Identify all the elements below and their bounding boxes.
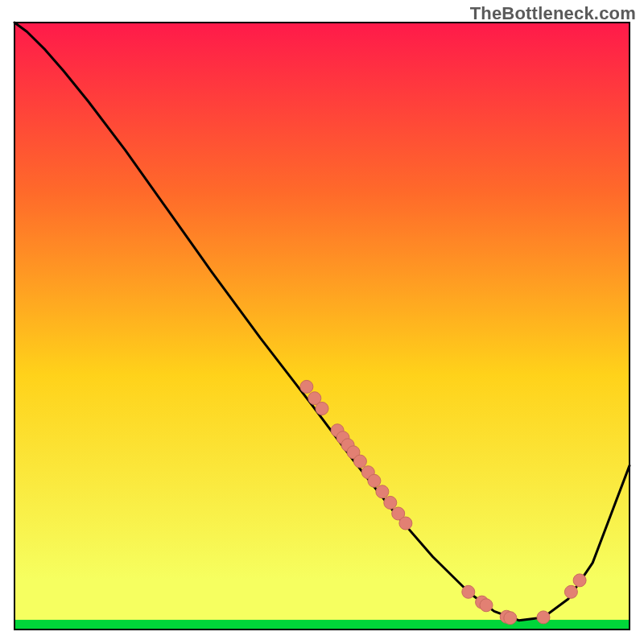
data-dot	[564, 585, 577, 598]
data-dot	[300, 380, 313, 393]
data-dot	[384, 496, 397, 509]
data-dot	[504, 612, 517, 625]
data-dot	[573, 574, 586, 587]
gradient-background	[14, 23, 630, 630]
data-dot	[316, 402, 328, 415]
data-dot	[462, 585, 475, 598]
data-dot	[537, 611, 550, 624]
data-dot	[376, 485, 389, 498]
data-dot	[353, 455, 366, 468]
bottleneck-curve-plot	[0, 0, 644, 644]
data-dot	[399, 517, 412, 530]
data-dot	[480, 599, 493, 612]
chart-stage: TheBottleneck.com	[0, 0, 644, 644]
data-dot	[368, 474, 381, 487]
green-bottom-band	[14, 620, 630, 630]
watermark-text: TheBottleneck.com	[470, 3, 636, 24]
